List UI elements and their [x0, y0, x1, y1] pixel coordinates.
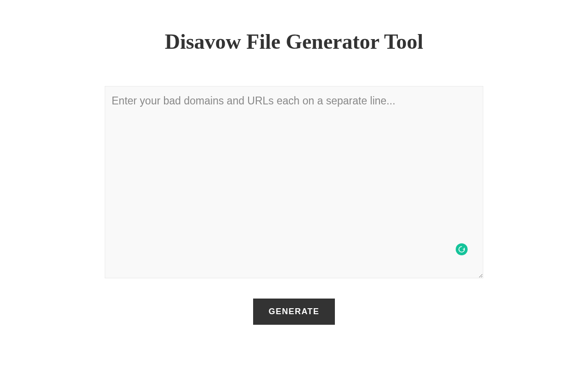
main-container: Disavow File Generator Tool GENERATE: [0, 0, 588, 325]
textarea-wrapper: [105, 86, 483, 280]
domains-input[interactable]: [105, 86, 483, 278]
generate-button[interactable]: GENERATE: [253, 299, 335, 325]
page-title: Disavow File Generator Tool: [165, 29, 424, 54]
